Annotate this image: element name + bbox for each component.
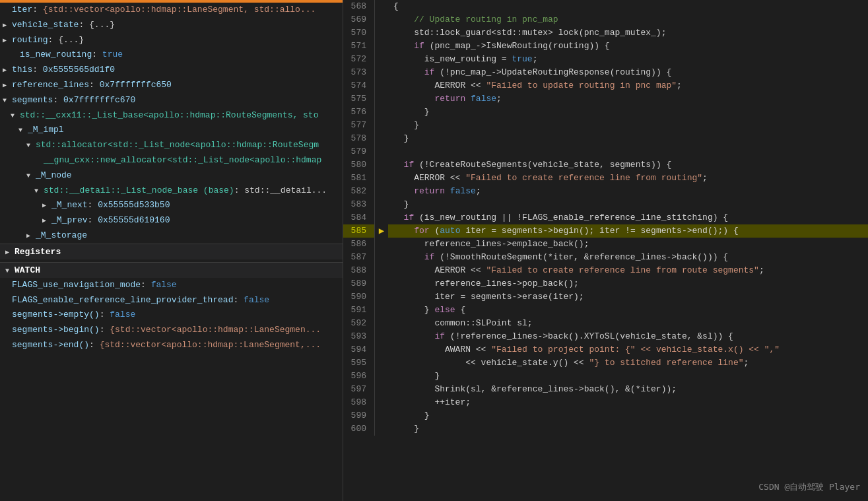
arrow-routing[interactable] <box>3 34 12 48</box>
breakpoint-572[interactable] <box>375 53 388 66</box>
breakpoint-580[interactable] <box>375 158 388 172</box>
var-list-node-base[interactable]: std::__detail::_List_node_base (base) : … <box>0 184 343 199</box>
breakpoint-574[interactable] <box>375 79 388 92</box>
breakpoint-596[interactable] <box>375 370 388 383</box>
var-m-node[interactable]: _M_node <box>0 168 343 184</box>
arrow-reference-lines[interactable] <box>3 79 12 92</box>
var-name: std::allocator<std::_List_node<apollo::h… <box>36 139 319 152</box>
arrow-this[interactable] <box>3 63 12 77</box>
var-name: std::__cxx11::_List_base<apollo::hdmap::… <box>20 109 318 123</box>
var-routing[interactable]: routing : {...} <box>0 33 343 48</box>
watch-header[interactable]: WATCH <box>0 262 343 278</box>
var-gnu-allocator[interactable]: __gnu_cxx::new_allocator<std::_List_node… <box>0 153 343 168</box>
arrow-registers[interactable] <box>5 247 15 257</box>
var-vehicle-state[interactable]: vehicle_state : {...} <box>0 18 343 33</box>
code-line-588: 588 AERROR << "Failed to create referenc… <box>343 264 868 277</box>
line-number: 580 <box>343 158 375 172</box>
breakpoint-586[interactable] <box>375 238 388 251</box>
code-line-585: 585 ▶ for (auto iter = segments->begin()… <box>343 224 868 238</box>
breakpoint-577[interactable] <box>375 119 388 132</box>
breakpoint-598[interactable] <box>375 396 388 409</box>
code-content: if (pnc_map_->IsNewRouting(routing)) { <box>388 40 868 53</box>
arrow-allocator[interactable] <box>26 139 36 152</box>
code-line-583: 583 } <box>343 198 868 211</box>
breakpoint-593[interactable] <box>375 330 388 343</box>
registers-label: Registers <box>15 247 61 257</box>
breakpoint-583[interactable] <box>375 198 388 211</box>
arrow-vehicle-state[interactable] <box>3 18 12 32</box>
breakpoint-591[interactable] <box>375 304 388 317</box>
var-allocator[interactable]: std::allocator<std::_List_node<apollo::h… <box>0 138 343 153</box>
line-number: 585 <box>343 224 375 238</box>
breakpoint-578[interactable] <box>375 132 388 145</box>
var-name: segments <box>12 94 53 108</box>
arrow-list-base[interactable] <box>11 109 20 123</box>
breakpoint-590[interactable] <box>375 290 388 304</box>
breakpoint-595[interactable] <box>375 356 388 370</box>
arrow-m-storage[interactable] <box>26 229 36 243</box>
registers-header[interactable]: Registers <box>0 244 343 259</box>
var-is-new-routing[interactable]: is_new_routing : true <box>0 48 343 63</box>
var-name: vehicle_state <box>12 18 79 32</box>
watch-item-segments-begin[interactable]: segments->begin() : {std::vector<apollo:… <box>0 323 343 338</box>
breakpoint-569[interactable] <box>375 13 388 26</box>
breakpoint-582[interactable] <box>375 185 388 198</box>
arrow-m-next[interactable] <box>42 199 51 213</box>
var-value: true <box>102 48 123 62</box>
arrow-m-prev[interactable] <box>42 214 51 228</box>
watch-item-segments-end[interactable]: segments->end() : {std::vector<apollo::h… <box>0 338 343 353</box>
var-m-prev[interactable]: _M_prev : 0x55555d610160 <box>0 213 343 228</box>
breakpoint-600[interactable] <box>375 422 388 436</box>
watch-item-flags-nav[interactable]: FLAGS_use_navigation_mode : false <box>0 278 343 293</box>
var-list-base[interactable]: std::__cxx11::_List_base<apollo::hdmap::… <box>0 108 343 123</box>
breakpoint-599[interactable] <box>375 409 388 422</box>
breakpoint-584[interactable] <box>375 211 388 224</box>
breakpoint-594[interactable] <box>375 343 388 356</box>
breakpoint-573[interactable] <box>375 66 388 79</box>
breakpoint-575[interactable] <box>375 92 388 106</box>
breakpoint-571[interactable] <box>375 40 388 53</box>
code-content: AERROR << "Failed to create reference li… <box>388 264 868 277</box>
var-m-next[interactable]: _M_next : 0x55555d533b50 <box>0 198 343 213</box>
var-value: {std::vector<apollo::hdmap::LaneSegment,… <box>43 3 316 17</box>
breakpoint-597[interactable] <box>375 383 388 396</box>
code-content: return false; <box>388 92 868 106</box>
code-line-572: 572 is_new_routing = true; <box>343 53 868 66</box>
var-value: std::__detail... <box>244 184 327 198</box>
var-segments[interactable]: segments : 0x7fffffffc670 <box>0 93 343 108</box>
arrow-m-impl[interactable] <box>18 123 28 137</box>
breakpoint-568[interactable] <box>375 0 388 13</box>
var-name: segments->end() <box>12 339 89 352</box>
arrow-watch[interactable] <box>5 265 15 275</box>
breakpoint-589[interactable] <box>375 277 388 290</box>
var-m-impl[interactable]: _M_impl <box>0 123 343 138</box>
breakpoint-579[interactable] <box>375 145 388 158</box>
breakpoint-581[interactable] <box>375 172 388 185</box>
var-value: 0x55555d610160 <box>98 214 170 228</box>
breakpoint-592[interactable] <box>375 317 388 330</box>
code-content: } <box>388 422 868 436</box>
code-editor[interactable]: 568 { 569 // Update routing in pnc_map 5… <box>343 0 868 501</box>
var-m-storage[interactable]: _M_storage <box>0 228 343 244</box>
arrow-segments[interactable] <box>3 94 12 108</box>
code-line-597: 597 Shrink(sl, &reference_lines->back(),… <box>343 383 868 396</box>
breakpoint-587[interactable] <box>375 251 388 264</box>
code-line-599: 599 } <box>343 409 868 422</box>
left-panel[interactable]: iter : {std::vector<apollo::hdmap::LaneS… <box>0 0 343 501</box>
breakpoint-585[interactable]: ▶ <box>375 224 388 238</box>
code-line-598: 598 ++iter; <box>343 396 868 409</box>
arrow-list-node-base[interactable] <box>34 184 44 198</box>
arrow-m-node[interactable] <box>26 169 36 183</box>
code-content: } <box>388 370 868 383</box>
breakpoint-588[interactable] <box>375 264 388 277</box>
var-name: _M_storage <box>36 229 87 243</box>
var-this[interactable]: this : 0x5555565dd1f0 <box>0 63 343 78</box>
watch-item-flags-ref[interactable]: FLAGS_enable_reference_line_provider_thr… <box>0 293 343 308</box>
var-iter[interactable]: iter : {std::vector<apollo::hdmap::LaneS… <box>0 3 343 18</box>
breakpoint-576[interactable] <box>375 106 388 119</box>
watch-item-segments-empty[interactable]: segments->empty() : false <box>0 308 343 323</box>
breakpoint-570[interactable] <box>375 26 388 40</box>
code-line-587: 587 if (!SmoothRouteSegment(*iter, &refe… <box>343 251 868 264</box>
var-reference-lines[interactable]: reference_lines : 0x7fffffffc650 <box>0 78 343 93</box>
var-value: 0x7fffffffc670 <box>63 94 135 108</box>
